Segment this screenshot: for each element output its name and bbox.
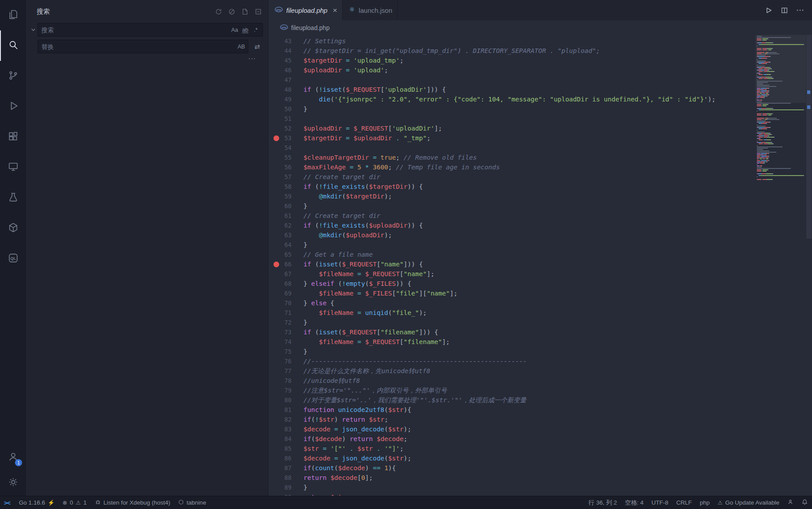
sidebar-item-testing[interactable]: [0, 183, 26, 213]
line-number-gutter[interactable]: 47: [269, 75, 303, 85]
code-line[interactable]: 73if (isset($_REQUEST["filename"])) {: [269, 327, 812, 337]
breakpoint-dot[interactable]: [273, 135, 279, 141]
code-line[interactable]: 59 @mkdir($targetDir);: [269, 191, 812, 201]
more-actions-icon[interactable]: ⋯: [795, 5, 805, 15]
eol-sequence[interactable]: CRLF: [672, 496, 696, 509]
code-line-text[interactable]: //unicode转utf8: [303, 376, 360, 385]
line-number-gutter[interactable]: 69: [269, 288, 303, 298]
line-number-gutter[interactable]: 49: [269, 94, 303, 104]
notifications-button[interactable]: [797, 496, 812, 509]
code-line-text[interactable]: $fileName = $_REQUEST["filename"];: [303, 337, 450, 347]
editor-scrollbar[interactable]: [806, 35, 812, 496]
code-line[interactable]: 74 $fileName = $_REQUEST["filename"];: [269, 337, 812, 347]
line-number-gutter[interactable]: 63: [269, 230, 303, 240]
toggle-replace-chevron[interactable]: [29, 23, 37, 62]
code-line-text[interactable]: }: [303, 201, 307, 211]
code-line[interactable]: 75}: [269, 347, 812, 356]
line-number-gutter[interactable]: 62: [269, 221, 303, 230]
line-number-gutter[interactable]: 52: [269, 124, 303, 133]
go-update-item[interactable]: ⚠ Go Update Available: [714, 496, 783, 509]
line-number-gutter[interactable]: 83: [269, 424, 303, 434]
line-number-gutter[interactable]: 66: [269, 259, 303, 269]
code-line[interactable]: 47: [269, 75, 812, 85]
code-line-text[interactable]: $decode = json_decode($str);: [303, 424, 411, 434]
tab-launch-json[interactable]: launch.json: [343, 0, 398, 20]
code-line-text[interactable]: if(count($decode) == 1){: [303, 463, 396, 473]
line-number-gutter[interactable]: 51: [269, 114, 303, 124]
code-line[interactable]: 55$cleanupTargetDir = true; // Remove ol…: [269, 153, 812, 162]
run-code-icon[interactable]: [763, 7, 773, 14]
settings-button[interactable]: [0, 470, 26, 496]
replace-input[interactable]: [41, 43, 236, 50]
search-input[interactable]: [41, 26, 230, 34]
preserve-case-toggle[interactable]: AB: [236, 42, 246, 52]
code-line-text[interactable]: if (isset($_REQUEST["filename"])) {: [303, 327, 438, 337]
code-line-text[interactable]: //无论是什么文件名称，先unicode转utf8: [303, 366, 430, 376]
code-line[interactable]: 46$uploadDir = 'upload';: [269, 65, 812, 75]
code-line-text[interactable]: if($decode) return $decode;: [303, 434, 408, 444]
line-number-gutter[interactable]: 53: [269, 133, 303, 143]
sidebar-item-extensions[interactable]: [0, 122, 26, 152]
code-line-text[interactable]: function unicode2utf8($str){: [303, 405, 411, 415]
remote-indicator[interactable]: ><: [0, 496, 15, 509]
code-line-text[interactable]: $cleanupTargetDir = true; // Remove old …: [303, 153, 477, 162]
code-line[interactable]: 53$targetDir = $uploadDir . "_tmp";: [269, 133, 812, 143]
line-number-gutter[interactable]: 77: [269, 366, 303, 376]
line-number-gutter[interactable]: 87: [269, 463, 303, 473]
code-line-text[interactable]: //注意$str='"..."'，内部双引号，外部单引号: [303, 385, 447, 395]
line-number-gutter[interactable]: 55: [269, 153, 303, 162]
code-line[interactable]: 49 die('{"jsonrpc" : "2.0", "error" : {"…: [269, 94, 812, 104]
code-line[interactable]: 77//无论是什么文件名称，先unicode转utf8: [269, 366, 812, 376]
line-number-gutter[interactable]: 65: [269, 250, 303, 259]
toggle-search-details[interactable]: ···: [248, 55, 256, 62]
code-line-text[interactable]: }: [303, 318, 307, 327]
line-number-gutter[interactable]: 45: [269, 56, 303, 65]
code-line-text[interactable]: return $str;: [303, 492, 350, 496]
code-line[interactable]: 76//------------------------------------…: [269, 356, 812, 366]
code-line-text[interactable]: $uploadDir = $_REQUEST['uploadDir'];: [303, 124, 442, 133]
code-line-text[interactable]: @mkdir($uploadDir);: [303, 230, 392, 240]
code-line-text[interactable]: $uploadDir = 'upload';: [303, 65, 388, 75]
line-number-gutter[interactable]: 73: [269, 327, 303, 337]
code-line[interactable]: 71 $fileName = uniqid("file_");: [269, 308, 812, 318]
line-number-gutter[interactable]: 43: [269, 36, 303, 46]
line-number-gutter[interactable]: 54: [269, 143, 303, 153]
line-number-gutter[interactable]: 75: [269, 347, 303, 356]
line-number-gutter[interactable]: 67: [269, 269, 303, 279]
code-line-text[interactable]: if(!$str) return $str;: [303, 415, 388, 424]
code-line-text[interactable]: $fileName = $_REQUEST["name"];: [303, 269, 434, 279]
code-line[interactable]: 83$decode = json_decode($str);: [269, 424, 812, 434]
code-line[interactable]: 65// Get a file name: [269, 250, 812, 259]
line-number-gutter[interactable]: 70: [269, 298, 303, 308]
line-number-gutter[interactable]: 61: [269, 211, 303, 221]
code-line[interactable]: 43// Settings: [269, 36, 812, 46]
code-line[interactable]: 88return $decode[0];: [269, 473, 812, 483]
sidebar-item-run-debug[interactable]: [0, 91, 26, 122]
code-line-text[interactable]: @mkdir($targetDir);: [303, 191, 392, 201]
code-line[interactable]: 90return $str;: [269, 492, 812, 496]
line-number-gutter[interactable]: 64: [269, 240, 303, 250]
encoding[interactable]: UTF-8: [647, 496, 672, 509]
line-number-gutter[interactable]: 89: [269, 483, 303, 492]
code-line[interactable]: 89}: [269, 483, 812, 492]
code-line[interactable]: 44// $targetDir = ini_get("upload_tmp_di…: [269, 46, 812, 56]
code-line-text[interactable]: }: [303, 240, 307, 250]
code-line-text[interactable]: // Get a file name: [303, 250, 373, 259]
code-line[interactable]: 81function unicode2utf8($str){: [269, 405, 812, 415]
code-line-text[interactable]: // Create target dir: [303, 211, 381, 221]
code-line[interactable]: 67 $fileName = $_REQUEST["name"];: [269, 269, 812, 279]
sidebar-item-explorer[interactable]: [0, 0, 26, 30]
code-area[interactable]: 43// Settings44// $targetDir = ini_get("…: [269, 35, 812, 496]
breadcrumb[interactable]: php fileupload.php: [269, 20, 812, 35]
code-line[interactable]: 57// Create target dir: [269, 172, 812, 182]
code-line[interactable]: 85$str = '["' . $str . '"]';: [269, 444, 812, 453]
code-line[interactable]: 54: [269, 143, 812, 153]
cursor-position[interactable]: 行 36, 列 2: [584, 496, 621, 509]
code-line[interactable]: 78//unicode转utf8: [269, 376, 812, 385]
sidebar-item-search[interactable]: [0, 30, 26, 61]
code-line[interactable]: 50}: [269, 104, 812, 114]
code-line-text[interactable]: // $targetDir = ini_get("upload_tmp_dir"…: [303, 46, 600, 56]
code-line[interactable]: 68} elseif (!empty($_FILES)) {: [269, 279, 812, 288]
code-line[interactable]: 56$maxFileAge = 5 * 3600; // Temp file a…: [269, 162, 812, 172]
code-line-text[interactable]: $decode = json_decode($str);: [303, 453, 411, 463]
